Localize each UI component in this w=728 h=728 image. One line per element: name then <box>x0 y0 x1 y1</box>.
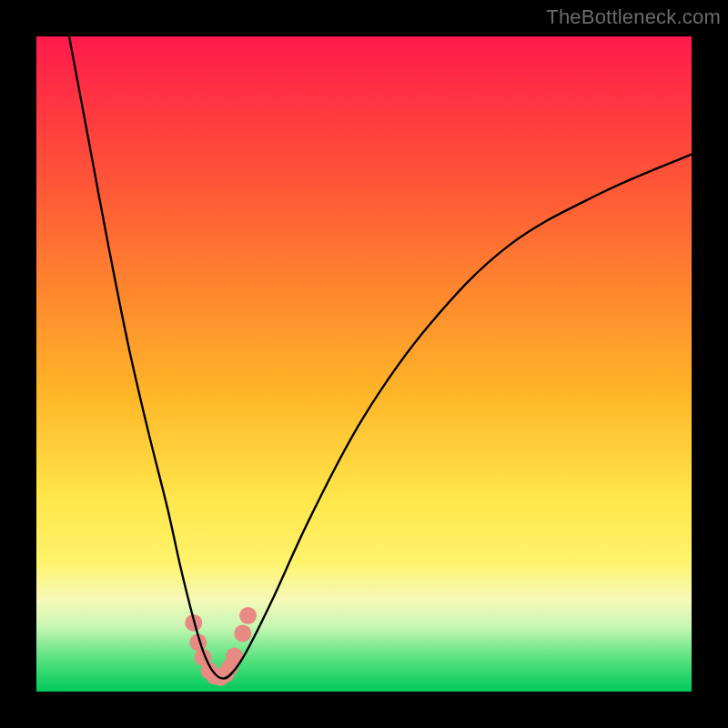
marker-dot <box>201 662 218 679</box>
marker-dot <box>189 634 207 652</box>
chart-frame: TheBottleneck.com <box>0 0 728 728</box>
marker-dot <box>212 669 229 686</box>
markers-group <box>185 607 257 686</box>
marker-dot <box>185 614 202 632</box>
marker-dot <box>206 667 223 684</box>
marker-dot <box>234 624 251 642</box>
bottleneck-curve <box>69 36 692 679</box>
marker-dot <box>217 665 235 682</box>
marker-dot <box>226 648 243 665</box>
marker-dot <box>194 649 211 666</box>
marker-dot <box>239 607 257 624</box>
marker-dot <box>221 659 238 676</box>
watermark-label: TheBottleneck.com <box>546 5 721 29</box>
chart-svg <box>36 36 692 692</box>
plot-area <box>36 36 692 692</box>
